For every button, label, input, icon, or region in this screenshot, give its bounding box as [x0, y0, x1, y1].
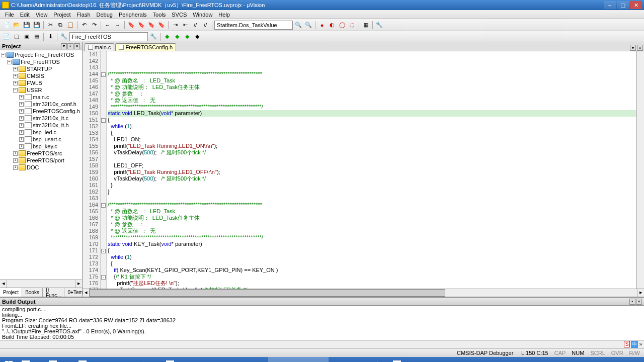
- pack-installer-button[interactable]: ◆: [183, 32, 192, 41]
- editor-tabs-dropdown-button[interactable]: ▾: [630, 45, 636, 51]
- tree-expander-icon[interactable]: −: [1, 53, 6, 57]
- build-panel-pin-button[interactable]: ▪: [629, 299, 635, 305]
- tree-file-FreeRTOSConfig-h[interactable]: +FreeRTOSConfig.h: [1, 108, 81, 115]
- start-button[interactable]: [0, 357, 18, 362]
- tree-expander-icon[interactable]: +: [19, 95, 24, 100]
- ime-lang-icon[interactable]: 中: [631, 341, 638, 348]
- code-editor[interactable]: 1411421431441451461471481491501511521531…: [83, 51, 644, 289]
- taskbar-item-8[interactable]: 相机: [389, 357, 418, 362]
- download-button[interactable]: ⬇: [46, 32, 55, 41]
- tree-expander-icon[interactable]: +: [13, 67, 18, 71]
- taskbar-item-3[interactable]: 第14节.pdf * - 福昕...: [102, 357, 162, 362]
- fold-gutter[interactable]: -----: [101, 51, 107, 289]
- indent-button[interactable]: ⇥: [171, 21, 180, 30]
- menu-svcs[interactable]: SVCS: [169, 12, 190, 18]
- fold-toggle-icon[interactable]: -: [101, 275, 106, 280]
- configure-button[interactable]: 🔧: [375, 21, 384, 30]
- tree-expander-icon[interactable]: +: [13, 151, 18, 156]
- nav-back-button[interactable]: ←: [103, 21, 112, 30]
- tree-expander-icon[interactable]: +: [19, 102, 24, 107]
- find-in-files-button[interactable]: 🔍: [304, 21, 313, 30]
- tree-group-cmsis[interactable]: +CMSIS: [1, 72, 81, 79]
- undo-button[interactable]: ↶: [79, 21, 89, 30]
- tree-expander-icon[interactable]: −: [7, 60, 12, 64]
- tree-expander-icon[interactable]: +: [19, 116, 24, 121]
- tree-expander-icon[interactable]: +: [13, 158, 18, 163]
- copy-button[interactable]: ⧉: [56, 21, 65, 30]
- editor-tab-FreeRTOSConfig-h[interactable]: FreeRTOSConfig.h: [115, 43, 176, 51]
- fold-toggle-icon[interactable]: -: [101, 118, 106, 123]
- tree-target[interactable]: −Fire_FreeRTOS: [1, 58, 81, 65]
- editor-hscroll[interactable]: ◂ ▸: [83, 289, 644, 297]
- open-button[interactable]: 📂: [12, 21, 21, 30]
- fold-toggle-icon[interactable]: -: [101, 72, 106, 77]
- tree-group-freertos-src[interactable]: +FreeRTOS/src: [1, 150, 81, 157]
- editor-vscroll[interactable]: [636, 51, 644, 289]
- window-layout-button[interactable]: ▦: [361, 21, 370, 30]
- taskbar-item-7[interactable]: 野火串口调试助手V1...: [329, 357, 389, 362]
- manage-rte-button[interactable]: ◆: [163, 32, 172, 41]
- save-all-button[interactable]: 💾: [32, 21, 41, 30]
- project-tree-hscroll[interactable]: ◂ ▸: [0, 280, 82, 288]
- project-tab-2[interactable]: {} Func...: [43, 288, 65, 297]
- event-recorder-button[interactable]: ◆: [193, 32, 202, 41]
- outdent-button[interactable]: ⇤: [181, 21, 190, 30]
- tree-group-startup[interactable]: +STARTUP: [1, 65, 81, 72]
- target-options-button[interactable]: 🔧: [59, 32, 68, 41]
- taskbar-item-2[interactable]: bsp: [74, 357, 102, 362]
- tree-group-fwlb[interactable]: +FWLB: [1, 79, 81, 86]
- comment-button[interactable]: //: [191, 21, 200, 30]
- panel-close-button[interactable]: ×: [74, 43, 80, 49]
- menu-edit[interactable]: Edit: [17, 12, 33, 18]
- taskbar-item-6[interactable]: C:\Users\Administr...: [268, 357, 329, 362]
- panel-dropdown-button[interactable]: ▾: [61, 43, 67, 49]
- build-button[interactable]: ▢: [12, 32, 21, 41]
- insert-breakpoint-button[interactable]: ◐: [328, 21, 337, 30]
- menu-window[interactable]: Window: [190, 12, 215, 18]
- menu-debug[interactable]: Debug: [94, 12, 116, 18]
- taskbar-item-5[interactable]: C:\Users\Administr...: [208, 357, 268, 362]
- tree-group-user[interactable]: −USER: [1, 86, 81, 94]
- menu-tools[interactable]: Tools: [150, 12, 169, 18]
- build-output-hscroll[interactable]: S 中 »: [0, 340, 644, 348]
- cut-button[interactable]: ✂: [46, 21, 55, 30]
- paste-button[interactable]: 📋: [66, 21, 75, 30]
- tree-file-stm32f10x_it-c[interactable]: +stm32f10x_it.c: [1, 115, 81, 122]
- translate-button[interactable]: 📄: [2, 32, 11, 41]
- close-button[interactable]: ✕: [630, 1, 642, 9]
- tree-group-doc[interactable]: +DOC: [1, 164, 81, 171]
- menu-file[interactable]: File: [2, 12, 17, 18]
- debug-start-button[interactable]: ●: [317, 21, 327, 30]
- editor-tabs-close-button[interactable]: ×: [637, 45, 643, 51]
- tree-expander-icon[interactable]: +: [13, 165, 18, 170]
- bookmark-button[interactable]: 🔖: [127, 21, 136, 30]
- build-output-content[interactable]: compiling port.c...linking...Program Siz…: [0, 306, 644, 340]
- menu-peripherals[interactable]: Peripherals: [116, 12, 150, 18]
- new-button[interactable]: 📄: [2, 21, 11, 30]
- project-tab-1[interactable]: Books: [22, 288, 43, 297]
- project-tree[interactable]: −Project: Fire_FreeRTOS−Fire_FreeRTOS+ST…: [0, 50, 82, 280]
- menu-project[interactable]: Project: [50, 12, 73, 18]
- menu-view[interactable]: View: [33, 12, 51, 18]
- maximize-button[interactable]: ▢: [617, 1, 629, 9]
- ime-indicator-icon[interactable]: S: [624, 341, 630, 347]
- tree-expander-icon[interactable]: +: [19, 123, 24, 128]
- tree-expander-icon[interactable]: +: [13, 81, 18, 85]
- tree-expander-icon[interactable]: +: [19, 144, 24, 149]
- tree-file-main-c[interactable]: +main.c: [1, 94, 81, 101]
- redo-button[interactable]: ↷: [90, 21, 99, 30]
- bookmark-clear-button[interactable]: 🔖: [157, 21, 166, 30]
- tree-expander-icon[interactable]: +: [13, 74, 18, 78]
- tree-file-bsp_key-c[interactable]: +bsp_key.c: [1, 143, 81, 150]
- select-packs-button[interactable]: ◆: [173, 32, 182, 41]
- find-combo[interactable]: [214, 21, 293, 30]
- target-combo[interactable]: [69, 32, 148, 41]
- kill-breakpoints-button[interactable]: ◯: [338, 21, 347, 30]
- uncomment-button[interactable]: //: [201, 21, 210, 30]
- nav-forward-button[interactable]: →: [113, 21, 122, 30]
- bookmark-next-button[interactable]: 🔖: [147, 21, 156, 30]
- panel-pin-button[interactable]: ▪: [67, 43, 73, 49]
- tree-file-bsp_led-c[interactable]: +bsp_led.c: [1, 129, 81, 136]
- menu-flash[interactable]: Flash: [74, 12, 94, 18]
- tree-project-root[interactable]: −Project: Fire_FreeRTOS: [1, 51, 81, 58]
